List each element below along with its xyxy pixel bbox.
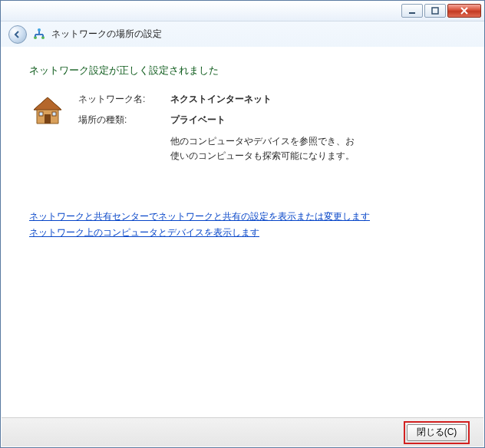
maximize-button[interactable] [424,4,446,18]
svg-rect-0 [409,12,415,14]
footer: 閉じる(C) [2,417,483,446]
minimize-icon [408,7,416,15]
network-name-label: ネットワーク名: [78,93,163,106]
network-sharing-center-link[interactable]: ネットワークと共有センターでネットワークと共有の設定を表示または変更します [29,211,370,222]
close-button[interactable]: 閉じる(C) [407,424,467,441]
close-icon [460,7,469,15]
network-name-value: ネクストインターネット [170,94,272,104]
svg-rect-11 [45,114,51,124]
home-icon [29,93,66,130]
content-area: ネットワーク設定が正しく設定されました ネットワーク名: ネクストインターネット… [2,47,483,417]
minimize-button[interactable] [401,4,423,18]
back-arrow-icon [13,30,22,39]
maximize-icon [431,7,439,15]
window-title: ネットワークの場所の設定 [51,28,162,41]
status-message: ネットワーク設定が正しく設定されました [29,64,456,77]
svg-rect-3 [35,34,43,35]
titlebar [1,1,484,21]
window-close-button[interactable] [447,4,481,18]
location-type-value: プライベート [170,114,226,125]
dialog-window: ネットワークの場所の設定 ネットワーク設定が正しく設定されました ネットワーク名… [0,0,485,448]
header: ネットワークの場所の設定 [1,21,484,47]
location-type-label: 場所の種類: [78,114,163,127]
links-section: ネットワークと共有センターでネットワークと共有の設定を表示または変更します ネッ… [29,209,456,240]
network-icon [33,28,45,41]
show-computers-devices-link[interactable]: ネットワーク上のコンピュータとデバイスを表示します [29,227,259,238]
svg-point-4 [38,28,41,31]
svg-rect-1 [432,8,438,14]
svg-rect-13 [52,112,56,116]
info-table: ネットワーク名: ネクストインターネット 場所の種類: プライベート 他のコンピ… [78,93,355,163]
info-row: ネットワーク名: ネクストインターネット 場所の種類: プライベート 他のコンピ… [29,93,456,163]
svg-rect-7 [35,35,36,37]
svg-marker-10 [34,97,61,110]
close-button-highlight: 閉じる(C) [404,421,470,444]
back-button[interactable] [8,25,27,44]
svg-rect-12 [39,112,43,116]
location-description: 他のコンピュータやデバイスを参照でき、お使いのコンピュータも探索可能になります。 [170,134,355,163]
svg-rect-8 [42,35,44,37]
